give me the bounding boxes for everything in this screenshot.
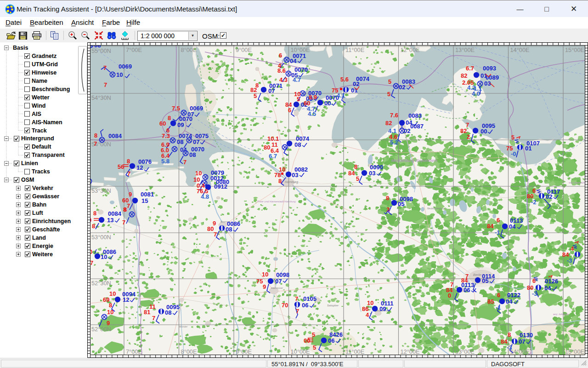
svg-text:Track: Track [32, 127, 47, 134]
svg-text:05: 05 [482, 277, 488, 284]
svg-text:4.0: 4.0 [472, 90, 480, 97]
svg-text:08: 08 [177, 138, 183, 145]
svg-text:9°00E: 9°00E [236, 348, 252, 355]
svg-text:15: 15 [141, 197, 148, 204]
svg-text:12: 12 [123, 296, 129, 303]
svg-text:Name: Name [32, 78, 47, 84]
svg-text:Wetter: Wetter [32, 94, 50, 101]
svg-text:02: 02 [546, 193, 552, 200]
svg-text:10°00E: 10°00E [291, 348, 310, 355]
svg-text:Freie und Hansestadt Hamburg: Freie und Hansestadt Hamburg [257, 200, 296, 203]
svg-text:08: 08 [165, 309, 171, 316]
svg-text:7.3: 7.3 [162, 132, 170, 139]
svg-text:8: 8 [94, 132, 97, 139]
svg-text:7: 7 [127, 170, 130, 177]
svg-text:10: 10 [101, 253, 107, 260]
svg-text:Salzgitter: Salzgitter [327, 304, 339, 307]
svg-text:01: 01 [351, 87, 357, 94]
svg-text:10: 10 [195, 170, 202, 177]
svg-text:15°00E: 15°00E [565, 348, 584, 355]
svg-text:8: 8 [168, 115, 171, 121]
svg-text:11°00E: 11°00E [345, 348, 364, 355]
svg-text:8: 8 [278, 178, 282, 184]
svg-text:8: 8 [386, 195, 389, 201]
svg-text:08: 08 [226, 226, 232, 233]
svg-text:7°00E: 7°00E [126, 46, 142, 53]
svg-text:5.2: 5.2 [390, 139, 398, 146]
svg-text:08: 08 [294, 141, 301, 148]
svg-text:14°00E: 14°00E [510, 348, 530, 355]
svg-text:10: 10 [262, 271, 268, 278]
svg-text:6.7: 6.7 [466, 65, 474, 72]
svg-text:70: 70 [282, 302, 288, 309]
svg-text:7°00E: 7°00E [126, 348, 142, 355]
svg-text:0069: 0069 [119, 63, 132, 70]
svg-text:82: 82 [385, 120, 392, 126]
svg-text:4: 4 [366, 311, 369, 318]
svg-text:Hannover: Hannover [271, 287, 283, 289]
svg-text:-1: -1 [495, 229, 500, 236]
svg-text:15°00E: 15°00E [565, 46, 584, 53]
svg-text:13°00E: 13°00E [455, 348, 475, 355]
svg-text:5: 5 [254, 92, 257, 99]
svg-text:7: 7 [295, 295, 298, 302]
svg-text:AIS: AIS [32, 111, 41, 117]
svg-text:AIS-Namen: AIS-Namen [32, 119, 62, 126]
svg-text:2: 2 [467, 133, 470, 140]
svg-text:Energie: Energie [32, 243, 53, 249]
svg-text:52°30N: 52°30N [91, 280, 111, 287]
svg-text:-2: -2 [531, 199, 537, 206]
svg-text:5: 5 [387, 91, 390, 98]
svg-text:-3: -3 [507, 344, 512, 351]
svg-text:UTM-Grid: UTM-Grid [32, 61, 58, 68]
svg-text:0105: 0105 [303, 295, 317, 302]
svg-text:9°00E: 9°00E [236, 46, 252, 53]
svg-text:9: 9 [129, 191, 132, 198]
svg-text:12: 12 [136, 164, 143, 171]
svg-text:Hamburg: Hamburg [285, 180, 298, 184]
svg-text:0122: 0122 [507, 292, 520, 299]
svg-text:Luft: Luft [32, 210, 43, 216]
svg-text:5: 5 [511, 134, 514, 141]
svg-text:60: 60 [159, 120, 166, 127]
svg-text:Wind: Wind [32, 103, 45, 109]
svg-text:Beschreibung: Beschreibung [32, 86, 70, 92]
svg-text:Berlin: Berlin [473, 273, 481, 276]
svg-text:10: 10 [107, 309, 113, 316]
svg-text:Einrichtungen: Einrichtungen [32, 218, 71, 224]
svg-text:4.5: 4.5 [308, 110, 316, 117]
svg-text:Verkehr: Verkehr [32, 185, 53, 191]
svg-text:0087: 0087 [410, 123, 424, 130]
svg-text:Default: Default [32, 144, 51, 150]
svg-text:7.5: 7.5 [172, 105, 180, 112]
svg-text:53°30N: 53°30N [91, 187, 111, 194]
svg-text:5: 5 [297, 96, 300, 103]
svg-text:7.6: 7.6 [390, 112, 398, 119]
svg-text:0912: 0912 [214, 183, 227, 190]
svg-text:9: 9 [107, 320, 110, 327]
svg-text:8: 8 [109, 302, 112, 309]
svg-text:0093: 0093 [483, 65, 496, 72]
svg-text:3: 3 [386, 206, 390, 213]
svg-text:8°00E: 8°00E [181, 348, 197, 355]
svg-text:8: 8 [93, 210, 96, 217]
svg-text:6: 6 [497, 217, 500, 224]
svg-text:Linien: Linien [21, 160, 38, 167]
svg-text:81: 81 [144, 309, 150, 316]
svg-text:05: 05 [398, 201, 404, 207]
svg-text:12°00E: 12°00E [401, 348, 420, 355]
svg-text:Land: Land [32, 235, 46, 241]
svg-text:11°00E: 11°00E [345, 46, 364, 53]
svg-text:Gewässer: Gewässer [32, 193, 59, 200]
svg-text:7: 7 [94, 140, 97, 147]
svg-text:8: 8 [123, 206, 126, 213]
svg-text:84: 84 [487, 223, 494, 230]
svg-text:03: 03 [292, 172, 298, 178]
svg-text:0126: 0126 [545, 278, 558, 285]
svg-text:08: 08 [189, 151, 196, 158]
svg-text:0: 0 [448, 292, 451, 299]
svg-text:-3: -3 [532, 290, 537, 297]
svg-text:06: 06 [302, 302, 308, 309]
svg-text:07: 07 [519, 338, 525, 345]
svg-text:7: 7 [183, 159, 187, 166]
